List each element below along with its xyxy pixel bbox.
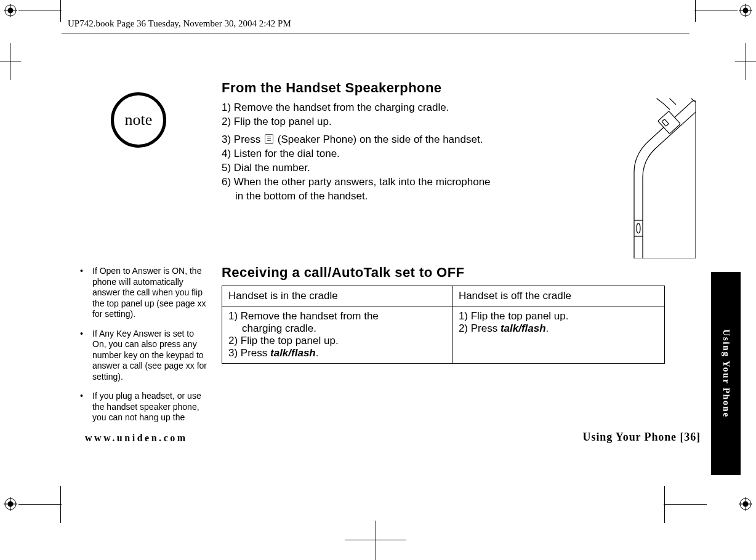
crop-line xyxy=(746,43,746,80)
register-mark-icon xyxy=(739,497,752,511)
table-header: Handset is in the cradle xyxy=(222,286,452,306)
margin-notes: •If Open to Answer is ON, the phone will… xyxy=(86,266,209,432)
crop-line xyxy=(664,486,665,523)
cell-line: charging cradle. xyxy=(228,322,446,335)
thumb-tab-label: Using Your Phone xyxy=(721,329,731,418)
cell-line: 1) Flip the top panel up. xyxy=(459,310,658,322)
footer-url: www.uniden.com xyxy=(85,433,188,444)
cell-line: 2) Flip the top panel up. xyxy=(228,335,446,347)
margin-note-text: If you plug a headset, or use the handse… xyxy=(92,391,201,422)
step-text: 1) Remove the handset from the charging … xyxy=(222,101,573,115)
receiving-call-table: Handset is in the cradle Handset is off … xyxy=(222,286,665,364)
crop-line xyxy=(694,10,738,10)
handset-illustration xyxy=(597,98,696,258)
step-text: 5) Dial the number. xyxy=(222,161,573,175)
step-text: 4) Listen for the dial tone. xyxy=(222,147,573,161)
speaker-phone-icon xyxy=(265,134,273,144)
crop-line xyxy=(695,0,696,22)
note-badge: note xyxy=(111,92,166,148)
cell-line: 2) Press talk/flash. xyxy=(459,322,658,335)
header-rule xyxy=(62,33,690,34)
section-heading-speakerphone: From the Handset Speakerphone xyxy=(222,80,665,96)
step-text: 2) Flip the top panel up. xyxy=(222,115,573,129)
section-heading-receiving: Receiving a call/AutoTalk set to OFF xyxy=(222,265,665,281)
crop-line xyxy=(18,10,62,10)
crop-line xyxy=(664,504,707,505)
margin-note-text: If Any Key Answer is set to On, you can … xyxy=(92,329,207,382)
step-text: in the bottom of the handset. xyxy=(222,190,573,204)
step-text: 6) When the other party answers, talk in… xyxy=(222,175,573,190)
cell-line: 1) Remove the handset from the xyxy=(228,310,446,322)
margin-note-text: If Open to Answer is ON, the phone will … xyxy=(92,266,206,319)
crop-line xyxy=(10,43,10,80)
register-mark-icon xyxy=(739,4,752,17)
crop-line xyxy=(60,0,61,22)
speakerphone-steps: 1) Remove the handset from the charging … xyxy=(222,101,573,204)
talk-flash-label: talk/flash xyxy=(270,347,316,359)
table-cell: 1) Flip the top panel up. 2) Press talk/… xyxy=(452,306,664,364)
table-header: Handset is off the cradle xyxy=(452,286,664,306)
margin-note-item: •If Open to Answer is ON, the phone will… xyxy=(86,266,209,320)
talk-flash-label: talk/flash xyxy=(501,322,546,334)
margin-note-item: •If you plug a headset, or use the hands… xyxy=(86,391,209,423)
footer-page-label: Using Your Phone [36] xyxy=(583,431,701,444)
crop-line xyxy=(0,62,21,62)
register-mark-icon xyxy=(4,497,17,511)
crop-line xyxy=(60,486,61,523)
note-label: note xyxy=(125,111,153,129)
thumb-tab: Using Your Phone xyxy=(711,272,741,475)
margin-note-item: •If Any Key Answer is set to On, you can… xyxy=(86,329,209,383)
register-mark-icon xyxy=(4,4,17,17)
cell-line: 3) Press talk/flash. xyxy=(228,347,446,359)
step-text: 3) Press (Speaker Phone) on the side of … xyxy=(222,133,573,147)
crop-line xyxy=(18,504,62,505)
svg-point-18 xyxy=(637,223,640,233)
crop-line xyxy=(376,521,376,560)
table-cell: 1) Remove the handset from the charging … xyxy=(222,306,452,364)
framemaker-page-tag: UP742.book Page 36 Tuesday, November 30,… xyxy=(68,18,291,29)
